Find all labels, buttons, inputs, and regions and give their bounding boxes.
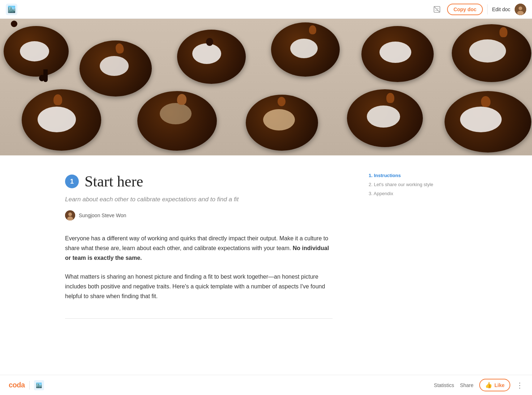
coda-logo: coda <box>9 381 25 389</box>
bottom-left: coda 🏙️ <box>9 380 44 390</box>
toc-label-2: Let's share our working style <box>374 182 433 187</box>
content-body: 1 Start here Learn about each other to c… <box>0 155 361 336</box>
like-button[interactable]: 👍 Like <box>479 379 510 391</box>
section-title: Start here <box>85 173 143 190</box>
svg-line-1 <box>434 6 440 12</box>
bottom-doc-icon: 🏙️ <box>34 380 44 390</box>
more-options-button[interactable]: ⋮ <box>516 381 523 390</box>
author-avatar <box>65 210 75 220</box>
toc-number-3: 3. <box>369 191 374 196</box>
toc-item-3[interactable]: 3. Appendix <box>369 191 441 196</box>
copy-doc-button[interactable]: Copy doc <box>447 4 483 15</box>
statistics-button[interactable]: Statistics <box>434 382 454 388</box>
section-divider <box>65 318 332 319</box>
bottom-divider <box>29 381 30 390</box>
like-label: Like <box>494 382 505 388</box>
toc-number-2: 2. <box>369 182 374 187</box>
doc-icon: 🏙️ <box>6 4 17 15</box>
toc-item-2[interactable]: 2. Let's share our working style <box>369 182 441 187</box>
author-name: Sungjoon Steve Won <box>79 212 126 218</box>
like-thumb-icon: 👍 <box>485 382 492 388</box>
bottom-bar: coda 🏙️ Statistics Share 👍 Like ⋮ <box>0 375 532 395</box>
body-paragraph-2: What matters is sharing an honest pictur… <box>65 272 332 301</box>
nav-right: Copy doc Edit doc <box>431 4 526 15</box>
edit-doc-button[interactable]: Edit doc <box>492 7 510 12</box>
nav-left: 🏙️ <box>6 4 17 15</box>
no-image-icon <box>431 4 443 15</box>
toc-label-1: Instructions <box>374 173 400 178</box>
hero-image <box>0 19 532 155</box>
nav-divider <box>487 4 488 14</box>
author-line: Sungjoon Steve Won <box>65 210 332 220</box>
top-nav: 🏙️ Copy doc Edit doc <box>0 0 532 19</box>
section-heading: 1 Start here <box>65 173 332 190</box>
svg-point-3 <box>519 7 522 10</box>
body-paragraph-1: Everyone has a different way of working … <box>65 233 332 263</box>
svg-point-6 <box>68 212 72 216</box>
body-text-plain: Everyone has a different way of working … <box>65 235 328 251</box>
bottom-right: Statistics Share 👍 Like ⋮ <box>434 379 523 391</box>
toc-number-1: 1. <box>369 173 374 178</box>
table-of-contents: 1. Instructions 2. Let's share our worki… <box>361 155 455 336</box>
toc-label-3: Appendix <box>374 191 393 196</box>
section-number: 1 <box>65 175 79 188</box>
share-button[interactable]: Share <box>460 382 473 388</box>
user-avatar[interactable] <box>515 4 526 15</box>
main-content: 1 Start here Learn about each other to c… <box>0 155 532 336</box>
toc-item-1[interactable]: 1. Instructions <box>369 173 441 178</box>
section-subtitle: Learn about each other to calibrate expe… <box>65 196 332 203</box>
svg-point-4 <box>517 11 524 15</box>
